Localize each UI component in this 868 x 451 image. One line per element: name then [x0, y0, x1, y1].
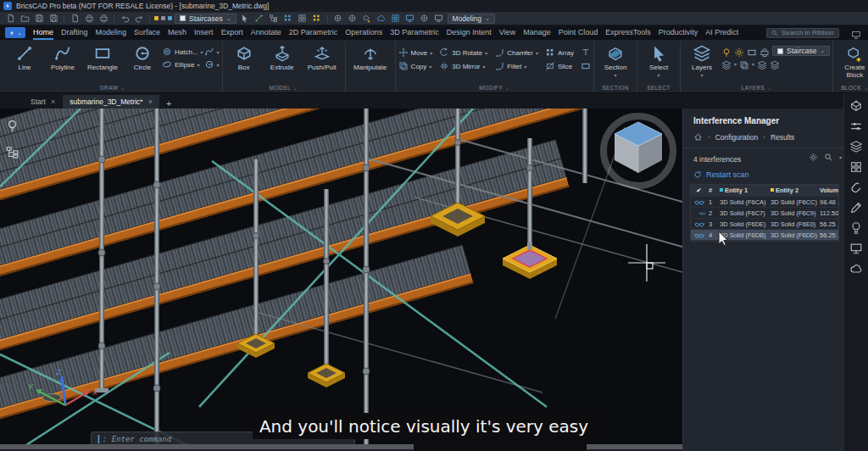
rotate-3d-button[interactable]: 3D Rotate▾	[439, 47, 487, 58]
save-icon[interactable]	[33, 14, 45, 24]
search-input[interactable]	[782, 29, 841, 36]
highlight-sun-icon[interactable]	[809, 153, 818, 162]
create-block-button[interactable]: Create Block	[836, 42, 868, 79]
table-row-selected[interactable]: 4 3D Solid (F6DB) 3D Solid (F6DD) 56.25 …	[691, 230, 838, 241]
layer-state-icon[interactable]	[154, 16, 159, 20]
layers-button[interactable]: Layers▾	[683, 42, 721, 78]
application-button[interactable]: ⌄	[5, 27, 25, 38]
tab-2d-parametric[interactable]: 2D Parametric	[289, 26, 338, 39]
visibility-eye-icon[interactable]	[694, 220, 704, 228]
blocks-panel-icon[interactable]	[849, 160, 863, 174]
properties-sliders-icon[interactable]	[849, 120, 863, 133]
doc-tab-start[interactable]: Start ×	[24, 95, 62, 109]
table-header-row[interactable]: ✔ # Entity 1 Entity 2 Volume	[691, 185, 838, 197]
chevron-down-icon[interactable]: ▾	[839, 154, 842, 160]
new-tab-button[interactable]: +	[160, 98, 177, 109]
select-button[interactable]: Select▾	[640, 42, 677, 78]
tab-export[interactable]: Export	[221, 26, 243, 39]
table-row[interactable]: 2 3D Solid (F6C7) 3D Solid (F6C9) 112.50…	[691, 208, 838, 219]
grid-yellow-icon[interactable]	[311, 14, 323, 24]
hatch-button[interactable]: Hatch...▾	[162, 47, 203, 57]
tab-drafting[interactable]: Drafting	[61, 26, 88, 39]
drawing-viewport[interactable]: Z X Y | : Enter command	[0, 109, 682, 451]
redo-icon[interactable]	[133, 14, 145, 24]
tab-insert[interactable]: Insert	[194, 26, 214, 39]
section-button[interactable]: Section▾	[597, 42, 634, 78]
line-button[interactable]: Line	[6, 42, 43, 71]
tab-annotate[interactable]: Annotate	[251, 26, 281, 39]
tab-ai-predict[interactable]: AI Predict	[705, 26, 738, 39]
close-icon[interactable]: ×	[148, 97, 153, 106]
ribbon-search[interactable]	[766, 28, 839, 38]
mirror-3d-button[interactable]: 3D Mirror▾	[439, 61, 487, 71]
extrude-button[interactable]: Extrude	[264, 42, 301, 71]
array-button[interactable]: Array	[545, 47, 574, 58]
chamfer-button[interactable]: Chamfer▾	[494, 47, 538, 58]
layer-select[interactable]: Staircases ⌄	[175, 14, 236, 24]
visibility-eye-icon[interactable]	[694, 198, 704, 206]
snap-tool-icon[interactable]	[253, 14, 265, 24]
circle-button[interactable]: Circle	[124, 42, 161, 71]
move-button[interactable]: Move▾	[398, 47, 433, 58]
layer-merge-icon[interactable]	[757, 58, 767, 69]
visibility-eye-icon[interactable]	[699, 209, 706, 217]
open-file-icon[interactable]	[19, 14, 31, 24]
fillet-button[interactable]: Fillet▾	[494, 61, 538, 71]
table-row[interactable]: 1 3D Solid (F6CA) 3D Solid (F6CC) 98.48 …	[691, 197, 838, 208]
settings-gear-icon[interactable]	[419, 14, 431, 24]
tab-view[interactable]: View	[499, 26, 515, 39]
view-sphere-icon[interactable]	[347, 14, 359, 24]
breadcrumb-configuration[interactable]: Configuration	[715, 133, 759, 142]
zoom-to-icon[interactable]	[824, 153, 833, 162]
annotate-pencil-icon[interactable]	[849, 201, 863, 214]
table-row[interactable]: 3 3D Solid (F6DE) 3D Solid (F6E0) 56.25 …	[691, 219, 838, 230]
tab-surface[interactable]: Surface	[134, 26, 160, 39]
tab-operations[interactable]: Operations	[345, 26, 382, 39]
ellipse-button[interactable]: Ellipse▾	[162, 59, 203, 70]
save-as-icon[interactable]	[47, 14, 59, 24]
layer-thaw-icon[interactable]	[734, 46, 744, 56]
render-icon[interactable]	[404, 14, 416, 24]
layer-freeze-icon[interactable]	[168, 16, 172, 20]
workspace-switch-icon[interactable]	[433, 14, 445, 24]
orbit-icon[interactable]	[332, 14, 344, 24]
render-balloon-icon[interactable]	[849, 221, 863, 235]
tab-manage[interactable]: Manage	[523, 26, 551, 39]
select-tool-icon[interactable]	[239, 14, 251, 24]
tab-point-cloud[interactable]: Point Cloud	[559, 26, 598, 39]
doc-tab-submarine[interactable]: submarine_3D_Metric* ×	[63, 95, 159, 109]
grid-blue-icon[interactable]	[282, 14, 294, 24]
print-icon[interactable]	[83, 14, 95, 24]
model-browser-cube-icon[interactable]	[849, 99, 863, 113]
restart-scan-button[interactable]: Restart scan	[693, 170, 749, 179]
layers-panel-icon[interactable]	[849, 140, 863, 153]
layer-walk-icon[interactable]	[770, 58, 780, 69]
plot-icon[interactable]	[97, 14, 109, 24]
visibility-eye-icon[interactable]	[694, 231, 704, 239]
tips-bulb-icon[interactable]	[5, 119, 19, 133]
push-pull-button[interactable]: Push/Pull	[302, 42, 342, 71]
layer-on-icon[interactable]	[721, 46, 732, 56]
current-layer-select[interactable]: Staircase ⌄	[772, 46, 830, 56]
arc-button[interactable]: ▾	[204, 47, 220, 57]
workspace-select[interactable]: Modeling ⌄	[448, 14, 495, 24]
new-sheet-icon[interactable]	[69, 14, 81, 24]
manipulate-button[interactable]: Manipulate	[348, 42, 392, 71]
tab-expresstools[interactable]: ExpressTools	[605, 26, 651, 39]
snap-grid-icon[interactable]	[297, 14, 309, 24]
tab-home[interactable]: Home	[33, 26, 53, 39]
breadcrumb-results[interactable]: Results	[771, 133, 794, 142]
new-file-icon[interactable]	[4, 14, 16, 24]
layer-match-icon[interactable]	[739, 58, 749, 69]
home-icon[interactable]	[693, 132, 703, 142]
structure-browser-icon[interactable]	[5, 145, 19, 159]
undo-icon[interactable]	[119, 14, 131, 24]
point-button[interactable]: ▾	[204, 59, 220, 70]
shade-icon[interactable]	[376, 14, 387, 24]
close-icon[interactable]: ×	[51, 97, 55, 106]
tab-design-intent[interactable]: Design Intent	[447, 26, 492, 39]
display-settings-icon[interactable]	[849, 242, 863, 255]
tab-3d-parametric[interactable]: 3D Parametric	[390, 26, 439, 39]
table-icon[interactable]	[390, 14, 402, 24]
tab-mesh[interactable]: Mesh	[168, 26, 186, 39]
